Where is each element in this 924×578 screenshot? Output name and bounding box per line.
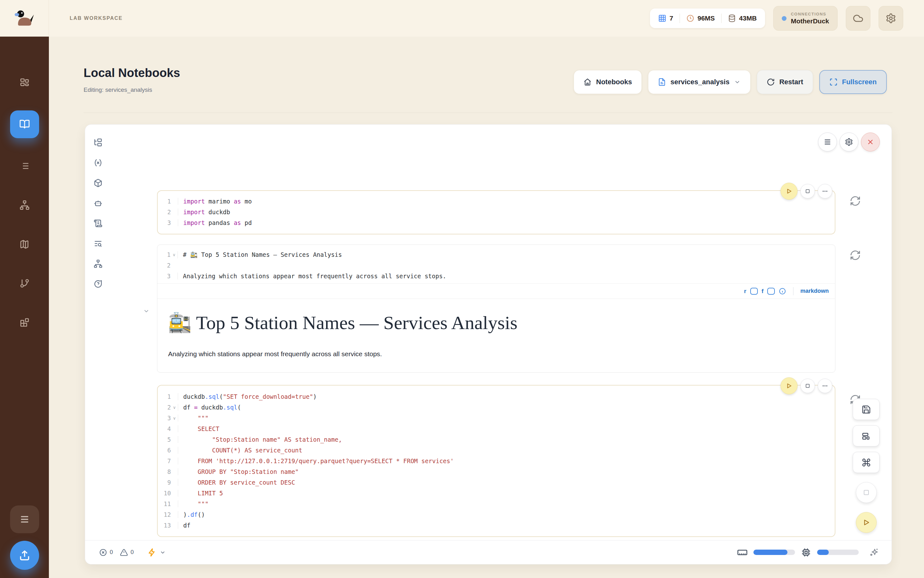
help-button[interactable] xyxy=(93,280,104,288)
sidebar-item-dashboard[interactable] xyxy=(10,71,39,94)
chevron-down-icon xyxy=(143,308,150,315)
layout-panels-icon xyxy=(862,431,871,441)
lightning-icon xyxy=(147,548,156,557)
cell-more-button[interactable] xyxy=(818,378,832,393)
upload-button[interactable] xyxy=(10,541,39,570)
page-subtitle: Editing: services_analysis xyxy=(84,86,152,93)
cloud-button[interactable] xyxy=(846,6,871,31)
git-branch-icon xyxy=(19,278,30,288)
cpu-icon xyxy=(801,547,811,558)
memory-usage-bar xyxy=(753,550,795,555)
notebook-status-bar: 0 0 xyxy=(85,540,892,564)
code-editor[interactable]: 1import marimo as mo2import duckdb3impor… xyxy=(158,196,835,228)
play-icon xyxy=(786,382,793,389)
info-icon[interactable] xyxy=(778,287,786,295)
divider xyxy=(721,13,722,23)
warning-triangle-icon xyxy=(120,548,128,557)
stat-memory: 43MB xyxy=(728,14,757,23)
table-icon xyxy=(658,14,666,23)
resource-meters xyxy=(737,547,879,558)
f-checkbox[interactable] xyxy=(767,288,775,295)
hamburger-icon xyxy=(19,514,30,525)
variables-button[interactable] xyxy=(93,159,104,167)
connections-label: CONNECTIONS xyxy=(791,12,829,16)
topbar-controls: 7 96MS 43MB CONNECTIONS MotherDuck xyxy=(650,6,903,31)
connections-chip[interactable]: CONNECTIONS MotherDuck xyxy=(773,6,838,31)
markdown-cell-footer: r f markdown xyxy=(157,283,835,299)
stop-cell-button[interactable] xyxy=(800,184,815,198)
clock-icon xyxy=(686,14,694,23)
code-cell-sql[interactable]: 1duckdb.sql("SET force_download=true")2∨… xyxy=(157,385,835,537)
help-icon xyxy=(94,279,102,288)
f-hint-label: f xyxy=(762,288,764,295)
ellipsis-icon xyxy=(822,383,828,389)
layout-button[interactable] xyxy=(853,425,880,446)
rerun-cell-button[interactable] xyxy=(850,250,861,261)
sidebar-item-list[interactable] xyxy=(10,154,39,177)
command-palette-button[interactable] xyxy=(853,452,880,473)
fullscreen-button[interactable]: Fullscreen xyxy=(819,70,887,94)
save-button[interactable] xyxy=(853,399,880,420)
run-all-button[interactable] xyxy=(856,512,877,533)
sidebar-item-git[interactable] xyxy=(10,272,39,295)
sidebar-item-notebooks[interactable] xyxy=(10,110,39,138)
run-cell-button[interactable] xyxy=(780,377,798,395)
cell-more-button[interactable] xyxy=(818,184,832,198)
cell-actions xyxy=(780,183,832,200)
code-cell-imports[interactable]: 1import marimo as mo2import duckdb3impor… xyxy=(157,190,835,234)
scratchpad-search-button[interactable] xyxy=(93,239,104,248)
restart-button[interactable]: Restart xyxy=(757,70,813,94)
rendered-paragraph: Analyzing which stations appear most fre… xyxy=(168,350,824,358)
gear-icon xyxy=(885,13,896,24)
main-content: Local Notebooks Editing: services_analys… xyxy=(49,37,924,578)
file-tree-icon xyxy=(94,138,102,147)
run-mode-toggle[interactable] xyxy=(147,548,156,557)
file-tree-button[interactable] xyxy=(93,138,104,147)
markdown-editor[interactable]: 1∨# 🚉 Top 5 Station Names — Services Ana… xyxy=(157,245,835,283)
connection-status-dot xyxy=(782,16,786,21)
sidebar-item-blocks[interactable] xyxy=(10,311,39,334)
dependencies-button[interactable] xyxy=(93,260,104,268)
refresh-icon xyxy=(850,250,861,261)
panel-settings-button[interactable] xyxy=(840,133,858,151)
file-icon xyxy=(658,78,666,86)
code-editor[interactable]: 1duckdb.sql("SET force_download=true")2∨… xyxy=(158,391,835,531)
r-checkbox[interactable] xyxy=(750,288,758,295)
close-icon xyxy=(866,138,874,146)
sidebar-item-hierarchy[interactable] xyxy=(10,194,39,216)
ai-assistant-button[interactable] xyxy=(93,199,104,207)
settings-button[interactable] xyxy=(879,6,903,31)
sidebar-item-map[interactable] xyxy=(10,233,39,256)
notebook-selector[interactable]: services_analysis xyxy=(648,70,751,94)
notebooks-button[interactable]: Notebooks xyxy=(574,70,642,94)
packages-button[interactable] xyxy=(93,179,104,187)
cpu-usage-bar xyxy=(817,550,859,555)
stat-tables: 7 xyxy=(658,14,673,23)
ai-sparkle-button[interactable] xyxy=(869,547,879,557)
cells-column: 1import marimo as mo2import duckdb3impor… xyxy=(157,125,835,537)
stop-all-button[interactable] xyxy=(856,482,877,503)
logs-button[interactable] xyxy=(93,219,104,227)
collapse-output-chevron[interactable] xyxy=(143,308,150,315)
warning-count: 0 xyxy=(131,549,134,555)
header-actions: Notebooks services_analysis Restart Full… xyxy=(574,70,887,94)
sidebar xyxy=(0,37,49,578)
workspace-label: LAB WORKSPACE xyxy=(70,15,123,21)
notebook-side-actions xyxy=(853,399,880,533)
cell-language-badge: markdown xyxy=(800,288,829,294)
panel-close-button[interactable] xyxy=(861,133,880,151)
rerun-cell-button[interactable] xyxy=(850,195,861,207)
stop-cell-button[interactable] xyxy=(800,378,815,393)
notebook-panel: 1import marimo as mo2import duckdb3impor… xyxy=(85,124,892,565)
database-icon xyxy=(728,14,736,23)
app-root: LAB WORKSPACE 7 96MS 43MB xyxy=(0,0,924,578)
diagnostics[interactable]: 0 0 xyxy=(99,548,166,557)
run-cell-button[interactable] xyxy=(780,183,798,200)
sidebar-menu-button[interactable] xyxy=(10,505,39,533)
memory-icon xyxy=(737,547,748,558)
markdown-cell[interactable]: 1∨# 🚉 Top 5 Station Names — Services Ana… xyxy=(157,245,835,373)
stop-icon xyxy=(805,383,811,389)
chevron-down-icon[interactable] xyxy=(160,549,166,555)
error-count: 0 xyxy=(110,549,113,555)
motherduck-logo[interactable] xyxy=(0,0,49,37)
